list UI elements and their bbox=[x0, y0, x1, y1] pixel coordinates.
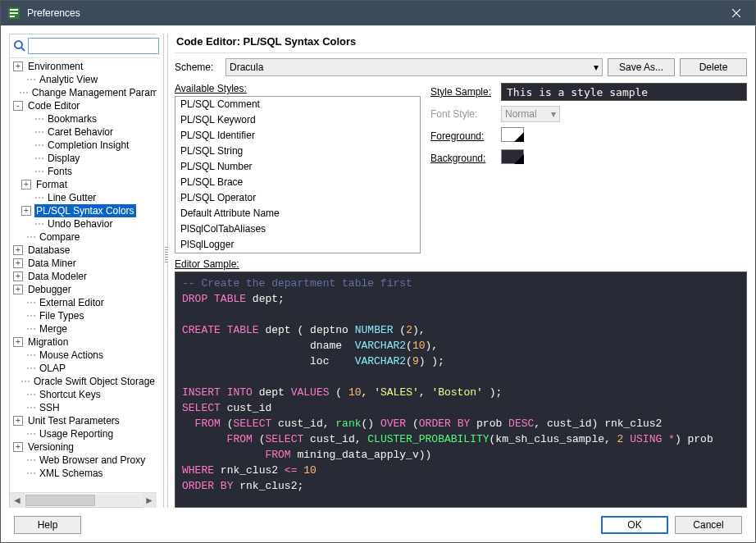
style-list-item[interactable]: PL/SQL Comment bbox=[175, 97, 420, 112]
font-style-value: Normal bbox=[505, 108, 537, 120]
scroll-thumb[interactable] bbox=[25, 495, 95, 506]
tree-item[interactable]: +Database bbox=[10, 244, 157, 257]
tree-label: Completion Insight bbox=[46, 139, 130, 152]
titlebar: Preferences bbox=[1, 1, 755, 25]
expand-icon[interactable]: + bbox=[13, 62, 23, 71]
tree-item[interactable]: ⋯SSH bbox=[10, 401, 157, 414]
preferences-window: Preferences +Environment ⋯Analytic View … bbox=[0, 0, 756, 543]
main-split: +Environment ⋯Analytic View ⋯Change Mana… bbox=[9, 34, 747, 508]
search-input[interactable] bbox=[28, 38, 159, 54]
expand-icon[interactable]: + bbox=[13, 442, 23, 452]
tree-item[interactable]: ⋯Merge bbox=[10, 322, 157, 335]
tree-item[interactable]: ⋯Caret Behavior bbox=[10, 125, 157, 139]
tree-item[interactable]: ⋯Undo Behavior bbox=[10, 217, 157, 230]
style-list-item[interactable]: PL/SQL String bbox=[175, 144, 420, 159]
tree-label: Analytic View bbox=[38, 73, 99, 86]
tree-item[interactable]: ⋯Oracle Swift Object Storage bbox=[10, 375, 157, 388]
style-sample-label: Style Sample: bbox=[430, 86, 501, 98]
search-icon bbox=[13, 39, 26, 53]
tree-label: Compare bbox=[38, 230, 81, 244]
ok-button[interactable]: OK bbox=[601, 516, 668, 534]
save-as-button[interactable]: Save As... bbox=[608, 58, 675, 76]
expand-icon[interactable]: + bbox=[13, 416, 23, 426]
splitter[interactable] bbox=[163, 34, 168, 508]
foreground-label: Foreground: bbox=[430, 130, 501, 142]
tree-item[interactable]: ⋯Fonts bbox=[10, 165, 157, 178]
tree-item[interactable]: ⋯Completion Insight bbox=[10, 139, 157, 152]
category-tree[interactable]: +Environment ⋯Analytic View ⋯Change Mana… bbox=[10, 58, 157, 492]
tree-item[interactable]: ⋯Analytic View bbox=[10, 73, 157, 86]
scroll-right-icon[interactable]: ► bbox=[142, 493, 157, 508]
tree-item[interactable]: +Migration bbox=[10, 335, 157, 349]
tree-item[interactable]: -Code Editor bbox=[10, 99, 157, 112]
style-list-item[interactable]: PlSqlColTabAliases bbox=[175, 221, 420, 237]
tree-item[interactable]: +Unit Test Parameters bbox=[10, 414, 157, 427]
tree-label: Undo Behavior bbox=[46, 217, 114, 230]
tree-label: Versioning bbox=[26, 440, 75, 454]
tree-label: Data Miner bbox=[26, 257, 78, 270]
tree-label: Usage Reporting bbox=[38, 427, 115, 440]
sample-column: Style Sample: This is a style sample Fon… bbox=[430, 83, 747, 253]
style-list-item[interactable]: PlSqlLogger bbox=[175, 237, 420, 253]
expand-icon[interactable]: + bbox=[21, 206, 31, 216]
tree-item[interactable]: +Versioning bbox=[10, 440, 157, 454]
expand-icon[interactable]: + bbox=[13, 337, 23, 347]
scroll-track[interactable] bbox=[25, 495, 141, 506]
tree-item[interactable]: +Format bbox=[10, 178, 157, 191]
tree-item[interactable]: ⋯Bookmarks bbox=[10, 112, 157, 125]
leaf-icon: ⋯ bbox=[19, 86, 29, 99]
style-list-item[interactable]: Default Attribute Name bbox=[175, 206, 420, 221]
style-list-item[interactable]: PL/SQL Operator bbox=[175, 190, 420, 206]
available-styles-list[interactable]: PL/SQL CommentPL/SQL KeywordPL/SQL Ident… bbox=[175, 96, 421, 253]
tree-item[interactable]: +Data Modeler bbox=[10, 270, 157, 283]
expand-icon[interactable]: + bbox=[13, 272, 23, 281]
font-style-label: Font Style: bbox=[430, 108, 501, 120]
leaf-icon: ⋯ bbox=[26, 454, 36, 467]
svg-rect-2 bbox=[10, 12, 18, 14]
help-button[interactable]: Help bbox=[14, 516, 81, 534]
tree-item[interactable]: ⋯XML Schemas bbox=[10, 467, 157, 480]
tree-label: Fonts bbox=[46, 165, 74, 178]
tree-item[interactable]: ⋯Line Gutter bbox=[10, 191, 157, 204]
leaf-icon: ⋯ bbox=[20, 375, 30, 388]
delete-button[interactable]: Delete bbox=[680, 58, 747, 76]
tree-label: Bookmarks bbox=[46, 112, 98, 125]
style-list-item[interactable]: PL/SQL Brace bbox=[175, 175, 420, 190]
tree-item[interactable]: ⋯Mouse Actions bbox=[10, 349, 157, 362]
tree-scrollbar[interactable]: ◄ ► bbox=[10, 492, 157, 507]
expand-icon[interactable]: + bbox=[21, 180, 31, 189]
style-list-item[interactable]: PL/SQL Number bbox=[175, 159, 420, 175]
tree-item[interactable]: ⋯Change Management Parameters bbox=[10, 86, 157, 99]
tree-item[interactable]: +Debugger bbox=[10, 283, 157, 296]
style-list-item[interactable]: PL/SQL Keyword bbox=[175, 112, 420, 128]
tree-label: PL/SQL Syntax Colors bbox=[34, 204, 136, 217]
tree-item[interactable]: ⋯File Types bbox=[10, 309, 157, 322]
foreground-color-button[interactable] bbox=[501, 127, 524, 142]
expand-icon[interactable]: + bbox=[13, 245, 23, 255]
tree-item[interactable]: ⋯Shortcut Keys bbox=[10, 388, 157, 401]
tree-item[interactable]: +Data Miner bbox=[10, 257, 157, 270]
editor-sample: -- Create the department table first DRO… bbox=[175, 272, 747, 508]
background-color-button[interactable] bbox=[501, 149, 524, 164]
collapse-icon[interactable]: - bbox=[13, 101, 23, 111]
tree-label: Database bbox=[26, 244, 71, 257]
close-button[interactable] bbox=[717, 1, 755, 25]
cancel-button[interactable]: Cancel bbox=[675, 516, 742, 534]
scheme-select[interactable]: Dracula ▾ bbox=[225, 58, 603, 76]
tree-item[interactable]: ⋯OLAP bbox=[10, 362, 157, 375]
tree-item[interactable]: ⋯Compare bbox=[10, 230, 157, 244]
tree-item[interactable]: +Environment bbox=[10, 60, 157, 73]
tree-item[interactable]: +PL/SQL Syntax Colors bbox=[10, 204, 157, 217]
tree-item[interactable]: ⋯External Editor bbox=[10, 296, 157, 309]
leaf-icon: ⋯ bbox=[34, 125, 44, 139]
leaf-icon: ⋯ bbox=[26, 309, 36, 322]
tree-item[interactable]: ⋯Display bbox=[10, 152, 157, 165]
style-list-item[interactable]: PL/SQL Identifier bbox=[175, 128, 420, 144]
scroll-left-icon[interactable]: ◄ bbox=[10, 493, 25, 508]
expand-icon[interactable]: + bbox=[13, 258, 23, 268]
chevron-down-icon: ▾ bbox=[594, 62, 599, 73]
svg-rect-3 bbox=[10, 16, 15, 17]
tree-item[interactable]: ⋯Web Browser and Proxy bbox=[10, 454, 157, 467]
expand-icon[interactable]: + bbox=[13, 285, 23, 294]
tree-item[interactable]: ⋯Usage Reporting bbox=[10, 427, 157, 440]
